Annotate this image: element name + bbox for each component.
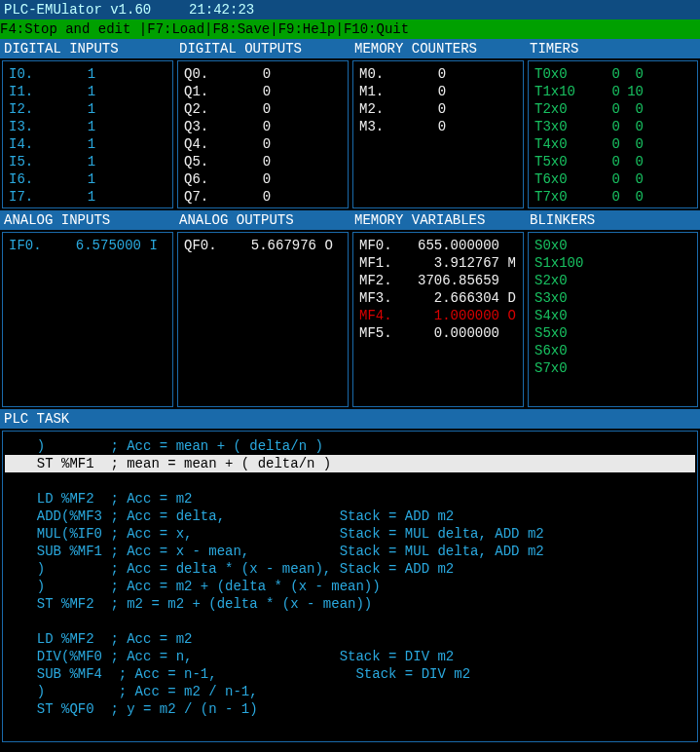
menu-f10[interactable]: |F10:Quit (335, 21, 409, 37)
blinker-row: S2x0 (534, 272, 691, 289)
code-line[interactable]: LD %MF2 ; Acc = m2 (5, 490, 695, 508)
timer-v1: 0 (597, 65, 620, 83)
di-value: 1 (80, 118, 95, 135)
mv-label: MF2. (359, 272, 406, 289)
ai-value: 6.575000 (55, 237, 141, 254)
blinker-label: S1x100 (534, 254, 583, 272)
blinker-label: S7x0 (534, 359, 568, 377)
do-value: 0 (255, 118, 271, 135)
do-value: 0 (255, 170, 271, 188)
digital-input-row: I0. 1 (9, 65, 166, 83)
menu-f9[interactable]: |F9:Help (270, 21, 335, 37)
menu-f7[interactable]: |F7:Load (139, 21, 204, 37)
analog-output-row: QF0.5.667976 O (184, 237, 342, 254)
timer-label: T0x0 (534, 65, 597, 83)
menu-f8[interactable]: |F8:Save (204, 21, 270, 37)
mv-value: 655.000000 (406, 237, 499, 254)
memory-variable-row: MF3.2.666304 D (359, 289, 517, 307)
digital-output-row: Q1. 0 (184, 83, 342, 100)
timer-row: T1x10010 (534, 83, 691, 100)
digital-output-row: Q6. 0 (184, 170, 342, 188)
mv-flag: D (507, 289, 523, 307)
di-label: I6. (9, 170, 55, 188)
memory-variable-row: MF4.1.000000 O (359, 307, 517, 324)
memory-counter-row: M3. 0 (359, 118, 517, 135)
memory-counter-row: M2. 0 (359, 100, 517, 118)
mv-flag (507, 237, 523, 254)
timer-row: T0x000 (534, 65, 691, 83)
digital-input-row: I5. 1 (9, 153, 166, 170)
code-line[interactable] (5, 613, 695, 630)
do-label: Q3. (184, 118, 231, 135)
timer-row: T3x000 (534, 118, 691, 135)
mv-label: MF1. (359, 254, 406, 272)
blinker-row: S4x0 (534, 307, 691, 324)
digital-input-row: I3. 1 (9, 118, 166, 135)
blinker-row: S3x0 (534, 289, 691, 307)
mc-value: 0 (430, 100, 446, 118)
mv-flag: O (507, 307, 523, 324)
timer-v2: 0 (620, 170, 644, 188)
code-line[interactable]: DIV(%MF0 ; Acc = n, Stack = DIV m2 (5, 648, 695, 665)
code-line[interactable]: LD %MF2 ; Acc = m2 (5, 630, 695, 648)
timer-v2: 0 (620, 65, 644, 83)
di-value: 1 (80, 135, 95, 153)
do-value: 0 (255, 188, 271, 206)
do-label: Q7. (184, 188, 231, 206)
timer-label: T4x0 (534, 135, 597, 153)
header-digital-outputs: DIGITAL OUTPUTS (175, 39, 350, 58)
di-label: I3. (9, 118, 55, 135)
timer-label: T2x0 (534, 100, 597, 118)
do-label: Q2. (184, 100, 231, 118)
blinker-row: S6x0 (534, 342, 691, 359)
titlebar: PLC-EMUlator v1.60 21:42:23 (0, 0, 700, 19)
digital-input-row: I1. 1 (9, 83, 166, 100)
clock: 21:42:23 (189, 1, 254, 19)
code-line[interactable]: ) ; Acc = m2 / n-1, (5, 683, 695, 700)
plc-task-code[interactable]: ) ; Acc = mean + ( delta/n ) ST %MF1 ; m… (2, 431, 698, 742)
code-line-current[interactable]: ST %MF1 ; mean = mean + ( delta/n ) (5, 455, 695, 472)
code-line[interactable]: ST %MF2 ; m2 = m2 + (delta * (x - mean)) (5, 595, 695, 613)
mc-label: M2. (359, 100, 406, 118)
code-line[interactable]: SUB %MF4 ; Acc = n-1, Stack = DIV m2 (5, 665, 695, 683)
code-line[interactable]: SUB %MF1 ; Acc = x - mean, Stack = MUL d… (5, 543, 695, 560)
timer-v1: 0 (597, 135, 620, 153)
blinker-label: S0x0 (534, 237, 568, 254)
blinker-label: S5x0 (534, 324, 568, 342)
code-line[interactable]: ) ; Acc = mean + ( delta/n ) (5, 437, 695, 455)
mc-value: 0 (430, 65, 446, 83)
mv-label: MF4. (359, 307, 406, 324)
do-value: 0 (255, 100, 271, 118)
timer-label: T7x0 (534, 188, 597, 206)
blinker-row: S5x0 (534, 324, 691, 342)
header-memory-variables: MEMORY VARIABLES (350, 210, 526, 230)
code-line[interactable]: ) ; Acc = delta * (x - mean), Stack = AD… (5, 560, 695, 578)
memory-counter-row: M1. 0 (359, 83, 517, 100)
memory-counter-row: M0. 0 (359, 65, 517, 83)
do-label: Q0. (184, 65, 231, 83)
panel-row-1: I0. 1I1. 1I2. 1I3. 1I4. 1I5. 1I6. 1I7. 1… (0, 58, 700, 210)
timer-v2: 0 (620, 118, 644, 135)
do-value: 0 (255, 65, 271, 83)
mc-label: M1. (359, 83, 406, 100)
code-line[interactable]: ST %QF0 ; y = m2 / (n - 1) (5, 700, 695, 718)
timer-v2: 0 (620, 188, 644, 206)
timer-row: T4x000 (534, 135, 691, 153)
header-blinkers: BLINKERS (526, 210, 700, 230)
timer-v2: 0 (620, 100, 644, 118)
di-value: 1 (80, 170, 95, 188)
menu-f4[interactable]: F4:Stop and edit (0, 21, 139, 37)
mc-label: M0. (359, 65, 406, 83)
code-line[interactable]: ) ; Acc = m2 + (delta * (x - mean)) (5, 578, 695, 595)
mv-value: 3706.85659 (406, 272, 499, 289)
ao-value: 5.667976 (231, 237, 316, 254)
code-line[interactable]: ADD(%MF3 ; Acc = delta, Stack = ADD m2 (5, 508, 695, 525)
code-line[interactable] (5, 472, 695, 490)
panel-analog-outputs: QF0.5.667976 O (177, 232, 349, 407)
code-line[interactable]: MUL(%IF0 ; Acc = x, Stack = MUL delta, A… (5, 525, 695, 543)
header-timers: TIMERS (526, 39, 700, 58)
mv-label: MF3. (359, 289, 406, 307)
di-value: 1 (80, 83, 95, 100)
timer-v1: 0 (597, 188, 620, 206)
di-value: 1 (80, 65, 95, 83)
